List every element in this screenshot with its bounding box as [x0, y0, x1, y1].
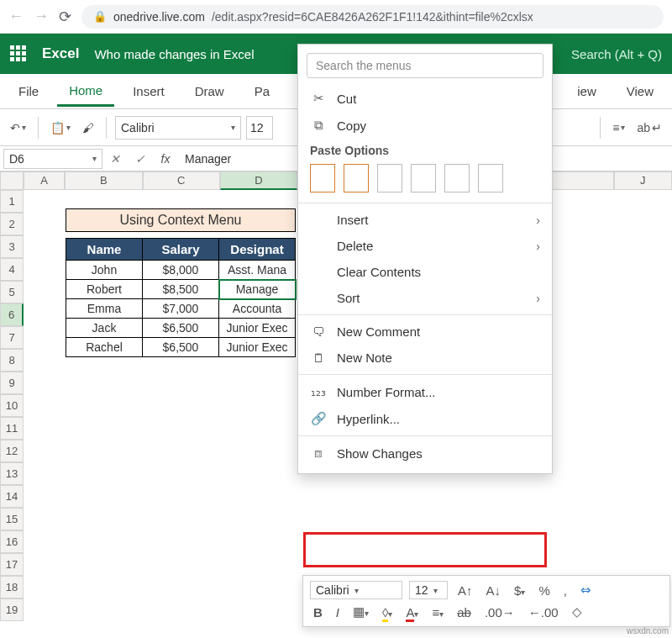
enter-formula-icon[interactable]: ✓ — [128, 152, 153, 166]
reload-button[interactable]: ⟳ — [59, 8, 71, 26]
delete-item[interactable]: Delete› — [298, 233, 552, 259]
sort-item[interactable]: Sort› — [298, 285, 552, 311]
search-hint[interactable]: Search (Alt + Q) — [571, 47, 662, 61]
col-header[interactable]: A — [24, 171, 66, 190]
increase-decimal-icon[interactable]: ←.00 — [525, 604, 562, 621]
table-cell[interactable]: $8,500 — [143, 280, 219, 299]
paste-icon[interactable] — [310, 164, 335, 192]
table-cell[interactable]: Rachel — [66, 338, 143, 357]
new-note-item[interactable]: 🗒New Note — [298, 345, 552, 371]
name-box[interactable]: D6▾ — [3, 149, 102, 169]
number-format-item[interactable]: ₁₂₃Number Format... — [298, 378, 552, 405]
tab-home[interactable]: Home — [57, 76, 114, 107]
col-header[interactable]: C — [143, 171, 220, 190]
clear-contents-item[interactable]: Clear Contents — [298, 259, 552, 285]
percent-icon[interactable]: % — [535, 582, 553, 599]
decrease-decimal-icon[interactable]: .00→ — [481, 604, 518, 621]
tab-insert[interactable]: Insert — [121, 77, 176, 105]
mini-font-select[interactable]: Calibri▾ — [310, 581, 402, 599]
select-all-corner[interactable] — [0, 171, 24, 190]
table-cell[interactable]: Accounta — [219, 299, 296, 319]
row-header[interactable]: 8 — [0, 349, 24, 372]
table-cell[interactable]: $8,000 — [143, 261, 219, 280]
increase-font-icon[interactable]: A↑ — [454, 582, 476, 599]
font-color-icon[interactable]: A▾ — [402, 604, 422, 621]
row-header[interactable]: 1 — [0, 190, 24, 213]
cut-item[interactable]: ✂Cut — [298, 85, 552, 112]
row-header[interactable]: 15 — [0, 508, 24, 530]
forward-button[interactable]: → — [34, 8, 49, 25]
strikethrough-icon[interactable]: ab — [454, 604, 475, 621]
row-header[interactable]: 17 — [0, 553, 24, 576]
paste-values-icon[interactable] — [344, 164, 369, 192]
table-cell[interactable]: Manage — [219, 280, 296, 299]
insert-item[interactable]: Insert› — [298, 207, 552, 233]
table-cell[interactable]: $6,500 — [143, 319, 219, 338]
table-cell[interactable]: Junior Exec — [219, 338, 296, 357]
paste-transpose-icon[interactable] — [411, 164, 436, 192]
hyperlink-item[interactable]: 🔗Hyperlink... — [298, 405, 552, 432]
tab-page[interactable]: Pa — [243, 77, 281, 105]
paste-button[interactable]: 📋▾ — [47, 119, 74, 136]
table-cell[interactable]: $6,500 — [143, 338, 219, 357]
comma-icon[interactable]: , — [560, 582, 570, 599]
row-header[interactable]: 10 — [0, 394, 24, 417]
col-header[interactable]: J — [614, 171, 672, 190]
doc-name[interactable]: Who made changes in Excel — [94, 47, 254, 61]
row-header[interactable]: 4 — [0, 258, 24, 281]
table-cell[interactable]: Emma — [66, 299, 143, 319]
table-cell[interactable]: Junior Exec — [219, 319, 296, 338]
row-header[interactable]: 18 — [0, 576, 24, 598]
row-header[interactable]: 11 — [0, 417, 24, 440]
table-cell[interactable]: Robert — [66, 280, 143, 299]
paste-formulas-icon[interactable] — [377, 164, 402, 192]
italic-button[interactable]: I — [333, 604, 343, 621]
row-header[interactable]: 7 — [0, 326, 24, 349]
row-header[interactable]: 19 — [0, 598, 24, 621]
row-header[interactable]: 9 — [0, 372, 24, 394]
row-header[interactable]: 3 — [0, 235, 24, 258]
table-cell[interactable]: Jack — [66, 319, 143, 338]
row-header[interactable]: 2 — [0, 213, 24, 235]
table-cell[interactable]: John — [66, 261, 143, 280]
menu-search[interactable]: Search the menus — [307, 53, 543, 78]
row-header[interactable]: 13 — [0, 462, 24, 485]
app-launcher-icon[interactable] — [10, 45, 27, 62]
align-button[interactable]: ≡▾ — [609, 119, 628, 136]
font-select[interactable]: Calibri▾ — [115, 116, 241, 140]
cancel-formula-icon[interactable]: ✕ — [102, 152, 128, 166]
undo-button[interactable]: ↶▾ — [7, 119, 29, 136]
clear-format-icon[interactable]: ◇ — [569, 603, 585, 621]
row-header[interactable]: 6 — [0, 303, 24, 326]
show-changes-item[interactable]: ⧈Show Changes — [298, 440, 552, 467]
table-cell[interactable]: Asst. Mana — [219, 261, 296, 280]
bold-button[interactable]: B — [310, 604, 326, 621]
col-header[interactable]: B — [65, 171, 142, 190]
row-header[interactable]: 14 — [0, 485, 24, 508]
tab-file[interactable]: File — [7, 77, 50, 105]
col-header[interactable]: D — [220, 171, 297, 190]
tab-view[interactable]: View — [615, 77, 665, 105]
wrap-text-button[interactable]: ab↵ — [633, 119, 665, 136]
decrease-font-icon[interactable]: A↓ — [483, 582, 505, 599]
back-button[interactable]: ← — [8, 8, 24, 25]
borders-icon[interactable]: ▦▾ — [349, 603, 372, 621]
fill-color-icon[interactable]: ◊▾ — [379, 604, 396, 621]
copy-item[interactable]: ⧉Copy — [298, 112, 552, 139]
tab-review[interactable]: iew — [565, 77, 608, 105]
row-header[interactable]: 12 — [0, 440, 24, 462]
format-painter-icon[interactable]: 🖌 — [79, 119, 97, 136]
merge-icon[interactable]: ⇔ — [577, 581, 595, 599]
table-cell[interactable]: $7,000 — [143, 299, 219, 319]
paste-formatting-icon[interactable] — [444, 164, 470, 192]
font-size-select[interactable]: 12 — [246, 116, 273, 140]
new-comment-item[interactable]: 🗨New Comment — [298, 319, 552, 345]
currency-icon[interactable]: $▾ — [511, 582, 528, 599]
align-icon[interactable]: ≡▾ — [428, 604, 447, 621]
row-header[interactable]: 16 — [0, 530, 24, 553]
paste-link-icon[interactable] — [478, 164, 503, 192]
fx-icon[interactable]: fx — [153, 152, 178, 166]
row-header[interactable]: 5 — [0, 281, 24, 303]
mini-size-select[interactable]: 12▾ — [409, 581, 448, 599]
address-bar[interactable]: 🔒 onedrive.live.com/edit.aspx?resid=6CAE… — [81, 5, 664, 29]
